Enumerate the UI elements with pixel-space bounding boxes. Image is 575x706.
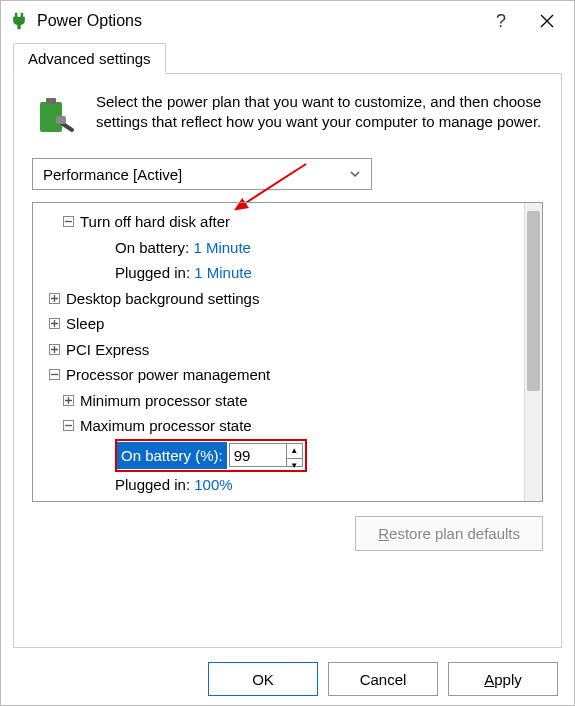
power-plan-value: Performance [Active] bbox=[43, 166, 182, 183]
chevron-down-icon bbox=[349, 166, 361, 183]
ok-button[interactable]: OK bbox=[208, 662, 318, 696]
close-button[interactable] bbox=[524, 1, 570, 41]
spin-up-button[interactable]: ▲ bbox=[287, 444, 302, 459]
expand-icon[interactable] bbox=[49, 293, 60, 304]
expand-icon[interactable] bbox=[63, 395, 74, 406]
tabset: Advanced settings Select the power plan … bbox=[1, 43, 574, 648]
power-options-dialog: Power Options ? Advanced settings Select… bbox=[0, 0, 575, 706]
help-button[interactable]: ? bbox=[478, 1, 524, 41]
intro-block: Select the power plan that you want to c… bbox=[32, 92, 543, 140]
tree-node-hard-disk[interactable]: Turn off hard disk after bbox=[37, 209, 520, 235]
tab-content: Select the power plan that you want to c… bbox=[13, 74, 562, 648]
tree-node-pci[interactable]: PCI Express bbox=[37, 337, 520, 363]
scrollbar-thumb[interactable] bbox=[527, 211, 540, 391]
tree-node-sleep[interactable]: Sleep bbox=[37, 311, 520, 337]
percent-input[interactable] bbox=[230, 444, 286, 466]
window-title: Power Options bbox=[37, 12, 478, 30]
apply-button[interactable]: Apply bbox=[448, 662, 558, 696]
svg-rect-2 bbox=[56, 116, 66, 124]
highlighted-setting: On battery (%): ▲ ▼ bbox=[115, 439, 307, 473]
tree-leaf-hd-on-battery[interactable]: On battery: 1 Minute bbox=[37, 235, 520, 261]
tab-row: Advanced settings bbox=[13, 43, 562, 74]
spinner-buttons: ▲ ▼ bbox=[286, 444, 302, 466]
tree-node-desktop-bg[interactable]: Desktop background settings bbox=[37, 286, 520, 312]
tree-leaf-hd-plugged-in[interactable]: Plugged in: 1 Minute bbox=[37, 260, 520, 286]
value-link[interactable]: 1 Minute bbox=[193, 235, 251, 261]
selected-label: On battery (%): bbox=[117, 442, 227, 470]
tree-leaf-max-on-battery[interactable]: On battery (%): ▲ ▼ bbox=[37, 439, 520, 473]
tree-scrollbar[interactable] bbox=[524, 203, 542, 501]
power-plan-dropdown[interactable]: Performance [Active] bbox=[32, 158, 372, 190]
tab-advanced-settings[interactable]: Advanced settings bbox=[13, 43, 166, 74]
restore-row: Restore plan defaults bbox=[32, 516, 543, 551]
expand-icon[interactable] bbox=[49, 318, 60, 329]
cancel-button[interactable]: Cancel bbox=[328, 662, 438, 696]
spin-down-button[interactable]: ▼ bbox=[287, 459, 302, 473]
settings-tree: Turn off hard disk after On battery: 1 M… bbox=[32, 202, 543, 502]
percent-spinner: ▲ ▼ bbox=[229, 443, 303, 467]
value-link[interactable]: 100% bbox=[194, 472, 232, 498]
collapse-icon[interactable] bbox=[63, 216, 74, 227]
tree-leaf-max-plugged-in[interactable]: Plugged in: 100% bbox=[37, 472, 520, 498]
power-plug-icon bbox=[9, 11, 29, 31]
dialog-footer: OK Cancel Apply bbox=[1, 648, 574, 706]
tree-node-min-proc[interactable]: Minimum processor state bbox=[37, 388, 520, 414]
tree-body: Turn off hard disk after On battery: 1 M… bbox=[33, 203, 524, 501]
svg-rect-1 bbox=[46, 98, 56, 104]
titlebar: Power Options ? bbox=[1, 1, 574, 41]
tree-node-max-proc[interactable]: Maximum processor state bbox=[37, 413, 520, 439]
intro-text: Select the power plan that you want to c… bbox=[96, 92, 543, 140]
value-link[interactable]: 1 Minute bbox=[194, 260, 252, 286]
collapse-icon[interactable] bbox=[63, 420, 74, 431]
tree-node-processor[interactable]: Processor power management bbox=[37, 362, 520, 388]
collapse-icon[interactable] bbox=[49, 369, 60, 380]
restore-defaults-button[interactable]: Restore plan defaults bbox=[355, 516, 543, 551]
battery-plug-icon bbox=[32, 92, 80, 140]
expand-icon[interactable] bbox=[49, 344, 60, 355]
